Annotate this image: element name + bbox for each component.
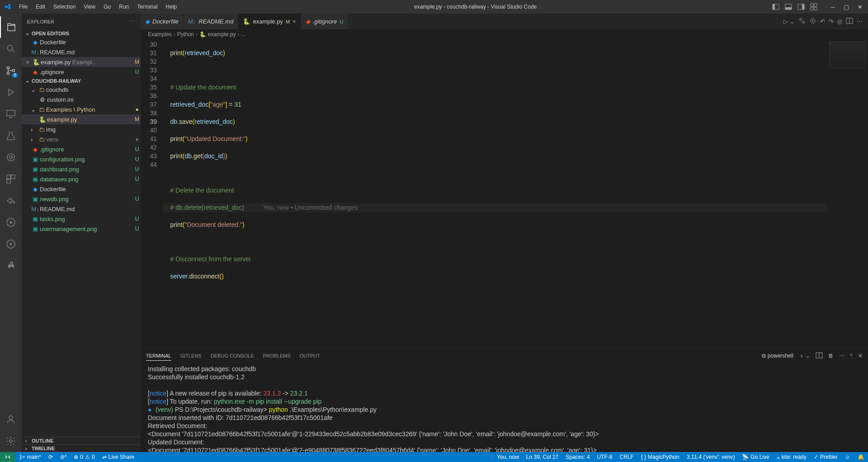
menu-run[interactable]: Run bbox=[115, 2, 132, 12]
tab-example[interactable]: 🐍example.py M× bbox=[238, 14, 301, 29]
status-indentation[interactable]: Spaces: 4 bbox=[562, 452, 593, 462]
tree-file[interactable]: M↓README.md bbox=[22, 204, 141, 214]
split-terminal-icon[interactable] bbox=[816, 352, 823, 360]
minimize-button[interactable]: ─ bbox=[826, 2, 839, 12]
more-actions-icon[interactable]: ⋯ bbox=[857, 18, 863, 25]
status-kite[interactable]: ⟁ kite: ready bbox=[773, 452, 810, 462]
activity-live-share[interactable] bbox=[0, 212, 22, 233]
outline-header[interactable]: ›OUTLINE bbox=[22, 437, 141, 444]
kill-terminal-icon[interactable]: 🗑 bbox=[828, 353, 834, 359]
revert-icon[interactable]: ↶ bbox=[820, 18, 825, 25]
status-notifications-icon[interactable]: 🔔 bbox=[854, 452, 868, 462]
activity-accounts[interactable] bbox=[0, 409, 22, 430]
panel-tab-gitlens[interactable]: GITLENS bbox=[180, 351, 202, 360]
status-blame[interactable]: 👤 You, now bbox=[485, 452, 523, 462]
tree-folder[interactable]: ⌄🗀Examples \ Python● bbox=[22, 104, 141, 114]
split-editor-icon[interactable] bbox=[846, 17, 853, 26]
activity-source-control[interactable]: 8 bbox=[0, 60, 22, 81]
panel-tab-debug-console[interactable]: DEBUG CONSOLE bbox=[211, 351, 254, 360]
panel-more-icon[interactable]: ⋯ bbox=[839, 353, 844, 359]
compass-icon[interactable]: ◎ bbox=[837, 18, 842, 25]
code-content[interactable]: print(retrieved_doc) # Update the docume… bbox=[163, 39, 827, 348]
status-cursor-position[interactable]: Ln 39, Col 27 bbox=[523, 452, 562, 462]
breadcrumb[interactable]: Examples› Python› 🐍example.py› ... bbox=[141, 29, 868, 39]
menu-help[interactable]: Help bbox=[162, 2, 181, 12]
activity-run-debug[interactable] bbox=[0, 81, 22, 103]
tree-file[interactable]: ▣newdb.pngU bbox=[22, 194, 141, 204]
tab-dockerfile[interactable]: ◆Dockerfile bbox=[141, 14, 184, 29]
run-button[interactable]: ▷ ⌄ bbox=[783, 18, 795, 25]
code-editor[interactable]: 303132333435363738394041424344 print(ret… bbox=[141, 39, 868, 348]
open-editor-item[interactable]: × 🐍 example.py Exampl... M bbox=[22, 57, 141, 67]
close-tab-icon[interactable]: × bbox=[292, 18, 296, 25]
panel-maximize-icon[interactable]: ^ bbox=[850, 353, 853, 359]
open-editor-item[interactable]: ◆ .gitignore U bbox=[22, 67, 141, 77]
status-live-share[interactable]: ⇌ Live Share bbox=[99, 452, 138, 462]
toggle-primary-sidebar-icon[interactable] bbox=[770, 2, 781, 12]
minimap[interactable] bbox=[827, 39, 868, 348]
menu-view[interactable]: View bbox=[80, 2, 99, 12]
open-editors-header[interactable]: ⌄OPEN EDITORS bbox=[22, 29, 141, 37]
tree-file[interactable]: ⚙custom.ini bbox=[22, 94, 141, 104]
tab-gitignore[interactable]: ◆.gitignore U bbox=[301, 14, 348, 29]
status-language-mode[interactable]: { } MagicPython bbox=[637, 452, 683, 462]
tree-folder[interactable]: ›🗀venv● bbox=[22, 134, 141, 144]
menu-terminal[interactable]: Terminal bbox=[133, 2, 161, 12]
status-go-live[interactable]: 📡 Go Live bbox=[738, 452, 773, 462]
activity-testing[interactable] bbox=[0, 125, 22, 146]
close-button[interactable]: ✕ bbox=[854, 2, 866, 12]
status-eol[interactable]: CRLF bbox=[616, 452, 637, 462]
status-python-interpreter[interactable]: 3.11.4 ('venv': venv) bbox=[683, 452, 739, 462]
tree-file[interactable]: ▣dashboard.pngU bbox=[22, 164, 141, 174]
terminal-shell-selector[interactable]: ⧉ powershell bbox=[762, 353, 793, 359]
tree-file[interactable]: ▣usermanagement.pngU bbox=[22, 224, 141, 234]
status-prettier[interactable]: ✓ Prettier bbox=[810, 452, 841, 462]
tab-readme[interactable]: M↓README.md bbox=[184, 14, 239, 29]
activity-gitlens[interactable] bbox=[0, 146, 22, 168]
compare-changes-icon[interactable] bbox=[798, 17, 806, 26]
activity-python-icon[interactable] bbox=[0, 255, 22, 277]
remote-indicator[interactable] bbox=[0, 452, 15, 462]
tree-folder[interactable]: ⌄🗀couchdb bbox=[22, 85, 141, 94]
activity-thunder-icon[interactable] bbox=[0, 233, 22, 255]
status-sync-icon[interactable]: ⟳ bbox=[45, 452, 57, 462]
activity-share-icon[interactable] bbox=[0, 190, 22, 212]
panel-tab-output[interactable]: OUTPUT bbox=[300, 351, 320, 360]
status-problems[interactable]: ⊗ 0 ⚠ 0 bbox=[70, 452, 98, 462]
git-timeline-icon[interactable] bbox=[809, 17, 816, 26]
panel-tab-problems[interactable]: PROBLEMS bbox=[263, 351, 291, 360]
terminal-output[interactable]: Installing collected packages: couchdb S… bbox=[141, 363, 868, 452]
tree-file[interactable]: ◆Dockerfile bbox=[22, 184, 141, 194]
activity-extensions[interactable] bbox=[0, 168, 22, 190]
new-terminal-button[interactable]: ＋ ⌄ bbox=[799, 352, 810, 360]
open-editor-item[interactable]: ◆ Dockerfile bbox=[22, 37, 141, 47]
menu-file[interactable]: File bbox=[15, 2, 31, 12]
menu-go[interactable]: Go bbox=[100, 2, 114, 12]
redo-icon[interactable]: ↷ bbox=[829, 18, 834, 25]
sidebar-more-icon[interactable]: ⋯ bbox=[130, 19, 135, 24]
project-header[interactable]: ⌄COUCHDB-RAILWAY bbox=[22, 77, 141, 85]
toggle-panel-icon[interactable] bbox=[783, 2, 794, 12]
menu-selection[interactable]: Selection bbox=[50, 2, 79, 12]
tree-file[interactable]: ◆.gitignoreU bbox=[22, 144, 141, 154]
tree-file[interactable]: ▣databases.pngU bbox=[22, 174, 141, 184]
tree-file[interactable]: ▣tasks.pngU bbox=[22, 214, 141, 224]
panel-tab-terminal[interactable]: TERMINAL bbox=[146, 351, 171, 361]
toggle-secondary-sidebar-icon[interactable] bbox=[796, 2, 807, 12]
customize-layout-icon[interactable] bbox=[808, 2, 819, 12]
activity-search[interactable] bbox=[0, 38, 22, 60]
activity-remote-explorer[interactable] bbox=[0, 103, 22, 125]
timeline-header[interactable]: ›TIMELINE bbox=[22, 444, 141, 452]
tree-folder[interactable]: ›🗀img bbox=[22, 124, 141, 134]
activity-settings[interactable] bbox=[0, 430, 22, 452]
panel-close-icon[interactable]: ✕ bbox=[858, 353, 863, 359]
tree-file[interactable]: ▣configuration.pngU bbox=[22, 154, 141, 164]
maximize-button[interactable]: ▢ bbox=[840, 2, 853, 12]
status-encoding[interactable]: UTF-8 bbox=[594, 452, 616, 462]
menu-edit[interactable]: Edit bbox=[32, 2, 49, 12]
tree-file[interactable]: 🐍example.pyM bbox=[22, 114, 141, 124]
status-git-branch[interactable]: main* bbox=[15, 452, 45, 462]
activity-explorer[interactable] bbox=[0, 16, 22, 38]
status-feedback-icon[interactable]: ☺ bbox=[841, 452, 854, 462]
close-editor-icon[interactable]: × bbox=[24, 59, 32, 66]
